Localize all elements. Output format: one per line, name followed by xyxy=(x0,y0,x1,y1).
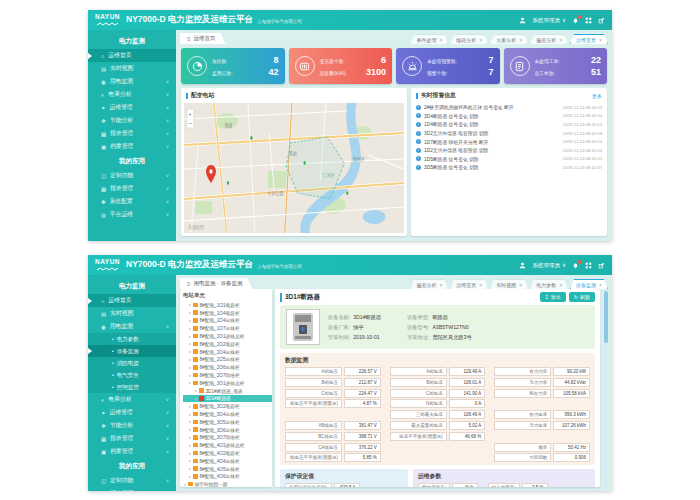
close-icon[interactable]: × xyxy=(479,282,482,288)
tree-item[interactable]: ▸8#配电_3O4出线柜 xyxy=(183,410,272,418)
sidebar-item-运维管理[interactable]: ✦运维管理∨ xyxy=(88,101,176,114)
tree-item[interactable]: ▸8#配电_2O6出线柜 xyxy=(183,363,272,371)
sidebar-item-实时视图[interactable]: ▤实时视图 xyxy=(88,62,176,75)
close-icon[interactable]: × xyxy=(599,282,602,288)
sidebar-item-档案管理[interactable]: ▣档案管理∨ xyxy=(88,140,176,153)
kpi-card[interactable]: 未处理工单:22总工单数:51 xyxy=(504,48,608,84)
alarm-row[interactable]: i1D5断路器 信号变化 切除2019-12-24 08:43:31 xyxy=(416,155,602,164)
kpi-card[interactable]: 变压器个数:6总容量(kVA):3100 xyxy=(289,48,393,84)
sidebar-subitem-电力参数[interactable]: •电力参数 xyxy=(88,333,176,345)
tree-item[interactable]: ▸8#配电_4O4出线柜 xyxy=(183,457,272,465)
tab-偏差分析[interactable]: 偏差分析× xyxy=(410,279,448,289)
tab-事件处理[interactable]: 事件处理× xyxy=(410,34,448,44)
sidebar-item-电量分析[interactable]: ◐电量分析∨ xyxy=(88,88,176,101)
close-icon[interactable]: × xyxy=(599,37,602,43)
tree-item[interactable]: ▸8#配电_4O2电容柜 xyxy=(183,449,272,457)
apps-icon[interactable] xyxy=(585,17,592,24)
more-link[interactable]: 更多 xyxy=(592,93,602,99)
sidebar-item-节能分析[interactable]: ❖节能分析∨ xyxy=(88,114,176,127)
tree-item[interactable]: ▸8#配电_2O1进线总柜 xyxy=(183,332,272,340)
sidebar-item-报表管理[interactable]: ▦报表管理∨ xyxy=(88,487,176,491)
sidebar-item-节能分析[interactable]: ❖节能分析∨ xyxy=(88,419,176,432)
tree-item[interactable]: ▸8#配电_3O6出线柜 xyxy=(183,426,272,434)
tab-设备监测[interactable]: 设备监测× xyxy=(570,279,608,289)
close-icon[interactable]: × xyxy=(519,37,522,43)
sidebar-subitem-消防电源[interactable]: •消防电源 xyxy=(88,357,176,369)
tab-电力参数[interactable]: 电力参数× xyxy=(530,279,568,289)
tree-item[interactable]: ▸8#配电_3O1进线总柜 xyxy=(183,379,272,387)
sidebar-item-电量分析[interactable]: ◐电量分析∨ xyxy=(88,393,176,406)
kpi-card[interactable]: 项目数:8监测点数:42 xyxy=(181,48,285,84)
sidebar-item-报表管理[interactable]: ▦报表管理∨ xyxy=(88,182,176,195)
tree-item[interactable]: ▸3D1#断路器 xyxy=(183,395,272,403)
alarm-row[interactable]: i2#楼空调机房循环风机正转 信号变化 断开2019-12-24 08:46:0… xyxy=(416,103,602,112)
bell-icon[interactable] xyxy=(572,17,579,24)
alarm-row[interactable]: i1D4断路器 信号变化 切除2019-12-24 08:45:12 xyxy=(416,120,602,129)
导出-button[interactable]: ↧导出 xyxy=(540,292,566,302)
user-menu[interactable]: 系统管理员∨ xyxy=(532,262,566,269)
sidebar-item-运维管理[interactable]: ✦运维管理∨ xyxy=(88,406,176,419)
sidebar-item-运维首页[interactable]: ⌂运维首页 xyxy=(88,294,176,307)
sidebar-item-报表管理[interactable]: ▦报表管理∨ xyxy=(88,127,176,140)
alarm-row[interactable]: i3D4断路器 信号变化 切除2019-12-24 08:45:40 xyxy=(416,112,602,121)
tree-item[interactable]: ▸纳宇科技园一期 xyxy=(183,480,272,487)
alarm-row[interactable]: i3D5断路器 信号变化 切除2019-12-24 08:42:47 xyxy=(416,163,602,172)
sidebar-subitem-电气安全[interactable]: •电气安全 xyxy=(88,369,176,381)
tree-item[interactable]: ▸8#配电_3O7联络柜 xyxy=(183,434,272,442)
tab-方案分析[interactable]: 方案分析× xyxy=(490,34,528,44)
link-icon[interactable] xyxy=(598,17,605,24)
alarm-row[interactable]: i3D2无功补偿器 电容投切 切除2019-12-24 08:44:58 xyxy=(416,129,602,138)
close-icon[interactable]: × xyxy=(439,37,442,43)
close-icon[interactable]: × xyxy=(559,282,562,288)
sidebar-item-用电监测[interactable]: ◉用电监测∧ xyxy=(88,320,176,333)
tree-item[interactable]: ▸8#配电_1O4电容柜 xyxy=(183,309,272,317)
tree-item[interactable]: ▸8#配电_2O2电容柜 xyxy=(183,340,272,348)
tree-item[interactable]: ▸8#配电_1O1电容柜 xyxy=(183,301,272,309)
tree-item[interactable]: ▸8#配电_2O4出线柜 xyxy=(183,348,272,356)
station-map[interactable]: 桃浦 真如 仁和区 长风公园 苏州河 + − 高德地图 xyxy=(184,103,404,233)
close-icon[interactable]: × xyxy=(479,37,482,43)
tree-item[interactable]: ▸8#配电_3O2电容柜 xyxy=(183,402,272,410)
tab-实时视图[interactable]: 实时视图× xyxy=(490,279,528,289)
tab-运维首页[interactable]: 运维首页× xyxy=(450,279,488,289)
tree-item[interactable]: ▸3D1#断路器_电表 xyxy=(183,387,272,395)
tree-item[interactable]: ▸8#配电_4O1进线总柜 xyxy=(183,441,272,449)
sidebar-item-用电监测[interactable]: ◉用电监测∨ xyxy=(88,75,176,88)
tab-能耗分析[interactable]: 能耗分析× xyxy=(450,34,488,44)
scrollbar-thumb[interactable] xyxy=(604,291,608,343)
tree-item[interactable]: ▸8#配电_4O5出线柜 xyxy=(183,465,272,473)
alarm-row[interactable]: i1D2无功补偿器 电容投切 切除2019-12-24 08:43:55 xyxy=(416,146,602,155)
menu-icon[interactable]: ≡ xyxy=(187,36,191,42)
tree-item[interactable]: ▸8#配电_1O7出线柜 xyxy=(183,324,272,332)
tab-偏差分析[interactable]: 偏差分析× xyxy=(530,34,568,44)
close-icon[interactable]: × xyxy=(559,37,562,43)
tree-item[interactable]: ▸8#配电_4O6出线柜 xyxy=(183,473,272,481)
tab-运维首页[interactable]: 运维首页× xyxy=(570,34,608,44)
tree-item[interactable]: ▸8#配电_1O4出线柜 xyxy=(183,317,272,325)
sidebar-item-定制功能[interactable]: ◫定制功能∨ xyxy=(88,169,176,182)
close-icon[interactable]: × xyxy=(519,282,522,288)
apps-icon[interactable] xyxy=(585,262,592,269)
刷新-button[interactable]: ↻刷新 xyxy=(569,292,595,302)
sidebar-item-系统配置[interactable]: ✱系统配置∨ xyxy=(88,195,176,208)
tree-item[interactable]: ▸8#配电_2O5出线柜 xyxy=(183,356,272,364)
bell-icon[interactable] xyxy=(572,262,579,269)
sidebar-item-运维首页[interactable]: ⌂运维首页 xyxy=(88,49,176,62)
close-icon[interactable]: × xyxy=(439,282,442,288)
link-icon[interactable] xyxy=(598,262,605,269)
user-menu[interactable]: 系统管理员∨ xyxy=(532,17,566,24)
sidebar-item-实时视图[interactable]: ▤实时视图 xyxy=(88,307,176,320)
kpi-card[interactable]: 未处理报警数:7报警个数:7 xyxy=(396,48,500,84)
tree-item[interactable]: ▸8#配电_3O5出线柜 xyxy=(183,418,272,426)
sidebar-item-定制功能[interactable]: ◫定制功能∨ xyxy=(88,474,176,487)
map-zoom-control[interactable]: + − xyxy=(187,109,194,128)
sidebar-subitem-设备监测[interactable]: •设备监测 xyxy=(88,345,176,357)
scrollbar[interactable] xyxy=(603,289,608,487)
sidebar-item-平台运维[interactable]: ◍平台运维∨ xyxy=(88,208,176,221)
sidebar-subitem-照明监控[interactable]: •照明监控 xyxy=(88,381,176,393)
menu-icon[interactable]: ≡ xyxy=(187,281,191,287)
sidebar-item-档案管理[interactable]: ▣档案管理∨ xyxy=(88,445,176,458)
tree-item[interactable]: ▸8#配电_2O7联络柜 xyxy=(183,371,272,379)
sidebar-item-报表管理[interactable]: ▦报表管理∨ xyxy=(88,432,176,445)
alarm-row[interactable]: i1D7断路器 联络开关分闸 断开2019-12-24 08:44:20 xyxy=(416,137,602,146)
